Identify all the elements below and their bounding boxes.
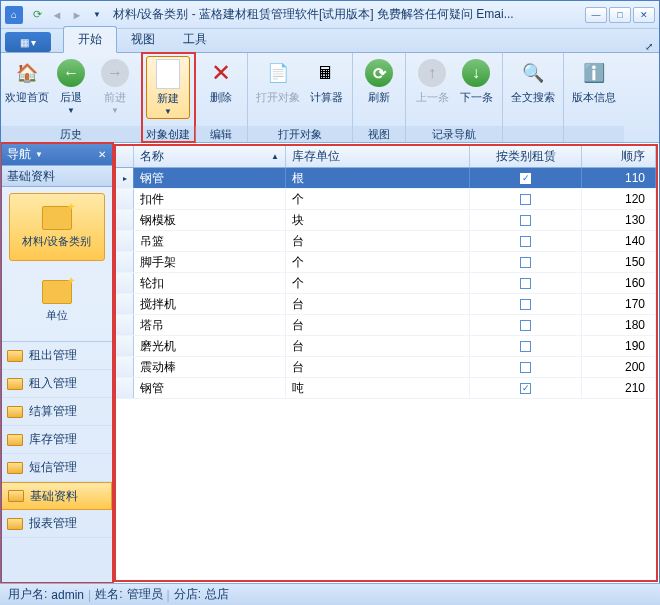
col-unit[interactable]: 库存单位 bbox=[286, 146, 470, 167]
nav-item[interactable]: 结算管理 bbox=[1, 398, 112, 426]
cell-unit[interactable]: 台 bbox=[286, 294, 470, 314]
cell-bycat[interactable] bbox=[470, 294, 582, 314]
cell-name[interactable]: 震动棒 bbox=[134, 357, 286, 377]
version-button[interactable]: ℹ️版本信息 bbox=[568, 56, 620, 107]
cell-unit[interactable]: 块 bbox=[286, 210, 470, 230]
delete-button[interactable]: ✕删除 bbox=[199, 56, 243, 107]
checkbox-icon[interactable]: ✓ bbox=[520, 173, 531, 184]
col-bycat[interactable]: 按类别租赁 bbox=[470, 146, 582, 167]
cell-order[interactable]: 140 bbox=[582, 231, 656, 251]
table-row[interactable]: 钢管吨✓210 bbox=[116, 378, 656, 399]
cell-bycat[interactable] bbox=[470, 231, 582, 251]
nav-section[interactable]: 基础资料 bbox=[1, 165, 112, 187]
qat-dropdown-icon[interactable]: ▼ bbox=[89, 7, 105, 23]
nav-item[interactable]: 基础资料 bbox=[1, 482, 112, 510]
table-row[interactable]: 磨光机台190 bbox=[116, 336, 656, 357]
home-icon[interactable]: ⌂ bbox=[5, 6, 23, 24]
open-object-button[interactable]: 📄打开对象 bbox=[252, 56, 304, 107]
cell-unit[interactable]: 台 bbox=[286, 357, 470, 377]
cell-order[interactable]: 110 bbox=[582, 168, 656, 188]
tile-unit[interactable]: 单位 bbox=[9, 267, 105, 335]
maximize-button[interactable]: □ bbox=[609, 7, 631, 23]
table-row[interactable]: 扣件个120 bbox=[116, 189, 656, 210]
cell-unit[interactable]: 根 bbox=[286, 168, 470, 188]
cell-unit[interactable]: 吨 bbox=[286, 378, 470, 398]
checkbox-icon[interactable] bbox=[520, 257, 531, 268]
cell-name[interactable]: 塔吊 bbox=[134, 315, 286, 335]
data-grid[interactable]: 名称▲ 库存单位 按类别租赁 顺序 ▸钢管根✓110扣件个120钢模板块130吊… bbox=[114, 144, 658, 582]
nav-item[interactable]: 库存管理 bbox=[1, 426, 112, 454]
cell-order[interactable]: 210 bbox=[582, 378, 656, 398]
qat-forward-icon[interactable]: ► bbox=[69, 7, 85, 23]
cell-unit[interactable]: 个 bbox=[286, 252, 470, 272]
cell-name[interactable]: 扣件 bbox=[134, 189, 286, 209]
cell-name[interactable]: 磨光机 bbox=[134, 336, 286, 356]
table-row[interactable]: 震动棒台200 bbox=[116, 357, 656, 378]
forward-button[interactable]: →前进▼ bbox=[93, 56, 137, 117]
tab-view[interactable]: 视图 bbox=[117, 27, 169, 52]
cell-order[interactable]: 170 bbox=[582, 294, 656, 314]
nav-item[interactable]: 短信管理 bbox=[1, 454, 112, 482]
next-record-button[interactable]: ↓下一条 bbox=[454, 56, 498, 107]
table-row[interactable]: 钢模板块130 bbox=[116, 210, 656, 231]
prev-record-button[interactable]: ↑上一条 bbox=[410, 56, 454, 107]
close-button[interactable]: ✕ bbox=[633, 7, 655, 23]
checkbox-icon[interactable] bbox=[520, 236, 531, 247]
checkbox-icon[interactable] bbox=[520, 215, 531, 226]
calculator-button[interactable]: 🖩计算器 bbox=[304, 56, 348, 107]
ribbon-expand-icon[interactable]: ⤢ bbox=[645, 41, 653, 52]
cell-bycat[interactable] bbox=[470, 315, 582, 335]
tab-tools[interactable]: 工具 bbox=[169, 27, 221, 52]
checkbox-icon[interactable]: ✓ bbox=[520, 383, 531, 394]
table-row[interactable]: 脚手架个150 bbox=[116, 252, 656, 273]
nav-item[interactable]: 租出管理 bbox=[1, 342, 112, 370]
cell-bycat[interactable] bbox=[470, 336, 582, 356]
cell-bycat[interactable] bbox=[470, 210, 582, 230]
table-row[interactable]: 塔吊台180 bbox=[116, 315, 656, 336]
checkbox-icon[interactable] bbox=[520, 362, 531, 373]
cell-unit[interactable]: 台 bbox=[286, 315, 470, 335]
cell-name[interactable]: 轮扣 bbox=[134, 273, 286, 293]
cell-name[interactable]: 吊篮 bbox=[134, 231, 286, 251]
new-button[interactable]: 新建▼ bbox=[146, 56, 190, 119]
fulltext-search-button[interactable]: 🔍全文搜索 bbox=[507, 56, 559, 107]
qat-back-icon[interactable]: ◄ bbox=[49, 7, 65, 23]
cell-unit[interactable]: 台 bbox=[286, 336, 470, 356]
nav-item[interactable]: 报表管理 bbox=[1, 510, 112, 538]
tab-start[interactable]: 开始 bbox=[63, 26, 117, 53]
cell-unit[interactable]: 个 bbox=[286, 189, 470, 209]
cell-order[interactable]: 200 bbox=[582, 357, 656, 377]
cell-order[interactable]: 120 bbox=[582, 189, 656, 209]
cell-bycat[interactable] bbox=[470, 189, 582, 209]
cell-order[interactable]: 130 bbox=[582, 210, 656, 230]
cell-name[interactable]: 脚手架 bbox=[134, 252, 286, 272]
checkbox-icon[interactable] bbox=[520, 278, 531, 289]
checkbox-icon[interactable] bbox=[520, 299, 531, 310]
cell-name[interactable]: 搅拌机 bbox=[134, 294, 286, 314]
nav-item[interactable]: 租入管理 bbox=[1, 370, 112, 398]
checkbox-icon[interactable] bbox=[520, 341, 531, 352]
cell-bycat[interactable] bbox=[470, 273, 582, 293]
cell-bycat[interactable]: ✓ bbox=[470, 378, 582, 398]
app-menu-button[interactable]: ▦ ▾ bbox=[5, 32, 51, 52]
tile-material-category[interactable]: 材料/设备类别 bbox=[9, 193, 105, 261]
col-order[interactable]: 顺序 bbox=[582, 146, 656, 167]
cell-order[interactable]: 190 bbox=[582, 336, 656, 356]
nav-close-icon[interactable]: ✕ bbox=[98, 149, 106, 160]
table-row[interactable]: 轮扣个160 bbox=[116, 273, 656, 294]
col-name[interactable]: 名称▲ bbox=[134, 146, 286, 167]
nav-dropdown-icon[interactable]: ▼ bbox=[35, 150, 43, 159]
checkbox-icon[interactable] bbox=[520, 194, 531, 205]
table-row[interactable]: 搅拌机台170 bbox=[116, 294, 656, 315]
table-row[interactable]: ▸钢管根✓110 bbox=[116, 168, 656, 189]
checkbox-icon[interactable] bbox=[520, 320, 531, 331]
minimize-button[interactable]: — bbox=[585, 7, 607, 23]
home-button[interactable]: 🏠欢迎首页 bbox=[5, 56, 49, 107]
cell-order[interactable]: 160 bbox=[582, 273, 656, 293]
cell-name[interactable]: 钢管 bbox=[134, 168, 286, 188]
cell-order[interactable]: 150 bbox=[582, 252, 656, 272]
table-row[interactable]: 吊篮台140 bbox=[116, 231, 656, 252]
cell-unit[interactable]: 台 bbox=[286, 231, 470, 251]
cell-name[interactable]: 钢管 bbox=[134, 378, 286, 398]
cell-order[interactable]: 180 bbox=[582, 315, 656, 335]
